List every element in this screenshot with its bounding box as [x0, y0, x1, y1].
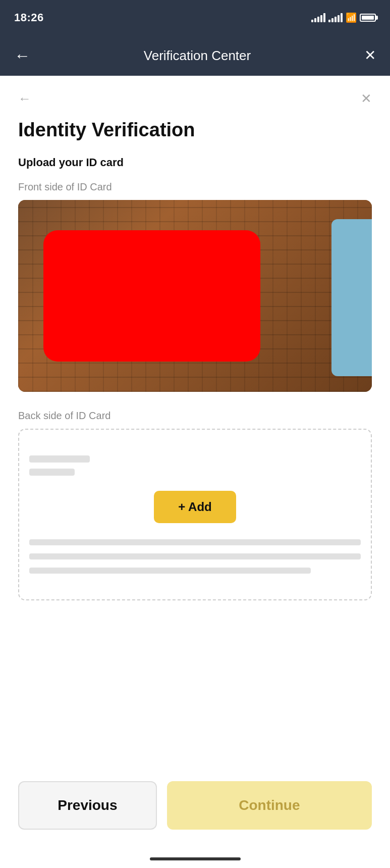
app-navbar-title: Verification Center — [144, 48, 251, 64]
front-id-upload-area[interactable] — [18, 200, 372, 392]
front-side-label: Front side of ID Card — [18, 181, 372, 193]
inner-close-button[interactable]: ✕ — [361, 91, 372, 107]
add-button[interactable]: + Add — [154, 491, 236, 523]
skeleton-bottom — [29, 536, 361, 574]
battery-icon — [360, 14, 376, 22]
app-back-button[interactable]: ← — [14, 47, 30, 64]
bottom-buttons: Previous Continue — [0, 771, 390, 850]
blue-card-hint — [331, 219, 372, 377]
main-content: ← ✕ Identity Verification Upload your ID… — [0, 76, 390, 771]
skeleton-line-4 — [29, 553, 361, 559]
redaction-overlay — [43, 230, 260, 362]
app-close-button[interactable]: ✕ — [364, 48, 376, 63]
app-navbar: ← Verification Center ✕ — [0, 35, 390, 76]
previous-button[interactable]: Previous — [18, 781, 157, 830]
upload-label: Upload your ID card — [18, 156, 372, 169]
skeleton-line-5 — [29, 568, 311, 574]
inner-nav: ← ✕ — [18, 91, 372, 107]
home-indicator-bar — [150, 857, 241, 860]
signal-icon-1 — [311, 13, 325, 22]
skeleton-line-2 — [29, 469, 75, 476]
back-side-label: Back side of ID Card — [18, 410, 372, 422]
wifi-icon: 📶 — [346, 12, 357, 23]
signal-icon-2 — [328, 13, 343, 22]
page-title: Identity Verification — [18, 119, 372, 142]
back-id-upload-area[interactable]: + Add — [18, 429, 372, 600]
home-indicator — [0, 850, 390, 868]
status-bar: 18:26 📶 — [0, 0, 390, 35]
inner-back-button[interactable]: ← — [18, 91, 31, 107]
skeleton-line-3 — [29, 539, 361, 545]
status-icons: 📶 — [311, 12, 376, 23]
content-spacer — [18, 616, 372, 771]
front-id-background — [18, 200, 372, 392]
continue-button[interactable]: Continue — [167, 781, 372, 830]
status-time: 18:26 — [14, 11, 44, 24]
skeleton-line-1 — [29, 455, 90, 463]
skeleton-content — [29, 455, 361, 476]
